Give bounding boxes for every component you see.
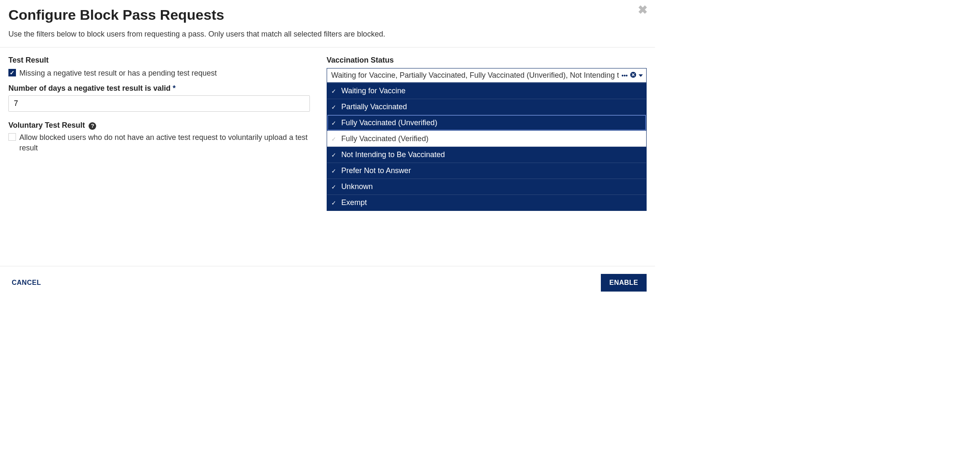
- voluntary-checkbox[interactable]: [8, 133, 16, 141]
- voluntary-checkbox-label: Allow blocked users who do not have an a…: [19, 132, 310, 153]
- vaccination-status-label: Vaccination Status: [327, 56, 647, 65]
- vaccination-dropdown-list: ✓Waiting for Vaccine✓Partially Vaccinate…: [327, 83, 647, 211]
- modal-subtitle: Use the filters below to block users fro…: [8, 30, 647, 39]
- vaccination-option[interactable]: ✓Not Intending to Be Vaccinated: [327, 147, 646, 163]
- vaccination-option[interactable]: ✓Partially Vaccinated: [327, 99, 646, 115]
- check-icon: ✓: [331, 152, 337, 158]
- option-label: Unknown: [341, 182, 373, 191]
- ellipsis-icon[interactable]: •••: [621, 72, 628, 79]
- vaccination-option[interactable]: ✓Fully Vaccinated (Verified): [327, 131, 646, 147]
- required-marker: *: [173, 84, 176, 92]
- multiselect-controls: •••: [619, 72, 643, 79]
- enable-button[interactable]: ENABLE: [601, 274, 647, 292]
- days-valid-label: Number of days a negative test result is…: [8, 84, 310, 93]
- left-column: Test Result Missing a negative test resu…: [8, 56, 310, 241]
- test-result-label: Test Result: [8, 56, 310, 65]
- option-label: Exempt: [341, 198, 367, 207]
- vaccination-option[interactable]: ✓Prefer Not to Answer: [327, 163, 646, 179]
- configure-block-pass-modal: ✖ Configure Block Pass Requests Use the …: [0, 0, 655, 299]
- vaccination-multiselect[interactable]: Waiting for Vaccine, Partially Vaccinate…: [327, 68, 647, 83]
- vaccination-option[interactable]: ✓Unknown: [327, 179, 646, 195]
- check-icon: ✓: [331, 168, 337, 174]
- test-result-checkbox-label: Missing a negative test result or has a …: [19, 68, 217, 78]
- check-icon: ✓: [331, 104, 337, 110]
- clear-selection-icon[interactable]: [630, 72, 636, 79]
- modal-body: Test Result Missing a negative test resu…: [0, 47, 655, 266]
- check-icon: ✓: [331, 120, 337, 126]
- modal-title: Configure Block Pass Requests: [8, 7, 647, 23]
- check-icon: ✓: [331, 88, 337, 95]
- test-result-checkbox[interactable]: [8, 69, 16, 76]
- right-column: Vaccination Status Waiting for Vaccine, …: [327, 56, 647, 241]
- chevron-down-icon[interactable]: [639, 74, 643, 77]
- days-valid-label-text: Number of days a negative test result is…: [8, 84, 170, 92]
- help-icon[interactable]: ?: [89, 122, 96, 130]
- modal-footer: CANCEL ENABLE: [0, 266, 655, 299]
- modal-header: Configure Block Pass Requests Use the fi…: [0, 0, 655, 47]
- multiselect-selected-text: Waiting for Vaccine, Partially Vaccinate…: [331, 71, 619, 80]
- check-icon: ✓: [331, 200, 337, 206]
- check-icon: ✓: [331, 184, 337, 190]
- option-label: Fully Vaccinated (Unverified): [341, 118, 438, 127]
- vaccination-option[interactable]: ✓Exempt: [327, 195, 646, 210]
- option-label: Not Intending to Be Vaccinated: [341, 150, 445, 159]
- vaccination-option[interactable]: ✓Waiting for Vaccine: [327, 83, 646, 99]
- option-label: Fully Vaccinated (Verified): [341, 134, 429, 143]
- option-label: Prefer Not to Answer: [341, 166, 411, 175]
- test-result-checkbox-row: Missing a negative test result or has a …: [8, 68, 310, 78]
- option-label: Waiting for Vaccine: [341, 87, 406, 95]
- option-label: Partially Vaccinated: [341, 103, 407, 111]
- check-icon: ✓: [331, 136, 337, 142]
- voluntary-test-label: Voluntary Test Result ?: [8, 121, 310, 130]
- days-valid-input[interactable]: [8, 95, 310, 112]
- vaccination-option[interactable]: ✓Fully Vaccinated (Unverified): [327, 115, 646, 131]
- voluntary-checkbox-row: Allow blocked users who do not have an a…: [8, 132, 310, 153]
- close-icon[interactable]: ✖: [638, 4, 647, 16]
- cancel-button[interactable]: CANCEL: [8, 275, 45, 291]
- voluntary-test-label-text: Voluntary Test Result: [8, 121, 85, 129]
